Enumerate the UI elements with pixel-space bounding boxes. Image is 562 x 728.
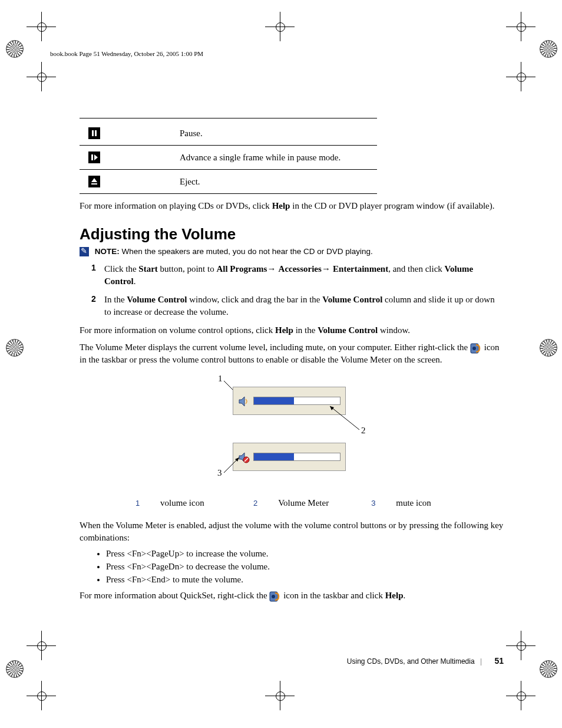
volume-meter-diagram: 1 2 3 [156, 375, 427, 490]
note-icon [80, 247, 89, 256]
legend-number: 3 [371, 499, 379, 508]
frame-advance-icon [88, 151, 100, 163]
eject-icon [88, 176, 100, 187]
icon-desc: Advance a single frame while in pause mo… [177, 146, 377, 170]
callout-line [327, 403, 362, 433]
legend-number: 1 [135, 499, 143, 508]
crop-mark [506, 62, 535, 91]
body-paragraph: For more information on playing CDs or D… [80, 200, 504, 212]
body-paragraph: When the Volume Meter is enabled, adjust… [80, 519, 504, 544]
crop-mark [265, 681, 295, 710]
callout-number: 1 [218, 374, 223, 384]
crop-mark [506, 681, 535, 710]
crop-mark [27, 681, 56, 710]
page-footer: Using CDs, DVDs, and Other Multimedia | … [347, 656, 504, 666]
legend-number: 2 [253, 499, 261, 508]
crop-mark [27, 62, 56, 91]
note-text: When the speakers are muted, you do not … [120, 247, 373, 256]
registration-mark [540, 40, 556, 57]
section-heading: Adjusting the Volume [80, 225, 504, 243]
crop-mark [27, 631, 56, 660]
footer-separator: | [480, 657, 482, 666]
note-block: NOTE: When the speakers are muted, you d… [80, 247, 504, 256]
footer-section-title: Using CDs, DVDs, and Other Multimedia [347, 657, 475, 666]
footer-page-number: 51 [494, 656, 504, 666]
crop-mark [265, 12, 295, 41]
registration-mark [6, 660, 22, 677]
step-number: 2 [91, 294, 96, 305]
body-paragraph: For more information on volume control o… [80, 324, 504, 337]
table-row: Eject. [80, 170, 377, 194]
volume-meter-bar [253, 453, 340, 461]
registration-mark [540, 339, 556, 355]
registration-mark [6, 339, 22, 355]
volume-meter-muted [233, 443, 346, 471]
step-item: 1 Click the Start button, point to All P… [91, 262, 504, 288]
callout-line [223, 456, 240, 474]
icon-desc: Pause. [177, 121, 377, 146]
crop-mark [506, 631, 535, 660]
list-item: Press <Fn><End> to mute the volume. [106, 575, 504, 585]
callout-number: 2 [361, 426, 366, 436]
quickset-icon [269, 591, 281, 602]
volume-icon [238, 396, 250, 407]
step-item: 2 In the Volume Control window, click an… [91, 294, 504, 318]
body-paragraph: For more information about QuickSet, rig… [80, 589, 504, 602]
registration-mark [6, 40, 22, 57]
body-paragraph: The Volume Meter displays the current vo… [80, 341, 504, 366]
svg-line-4 [330, 406, 359, 430]
callout-number: 3 [217, 468, 222, 478]
note-label: NOTE: [95, 247, 120, 256]
registration-mark [540, 660, 556, 677]
icon-desc: Eject. [177, 170, 377, 194]
pause-icon [88, 127, 100, 139]
svg-point-1 [472, 347, 476, 350]
legend-text: Volume Meter [273, 497, 365, 509]
diagram-legend: 1 volume icon 2 Volume Meter 3 mute icon [130, 496, 454, 510]
media-icon-table: Pause. Advance a single frame while in p… [80, 121, 377, 194]
legend-text: mute icon [391, 497, 452, 509]
crop-mark [506, 12, 535, 41]
legend-text: volume icon [156, 497, 247, 509]
quickset-icon [470, 343, 482, 354]
steps-list: 1 Click the Start button, point to All P… [91, 262, 504, 318]
table-row: Pause. [80, 121, 377, 146]
list-item: Press <Fn><PageUp> to increase the volum… [106, 549, 504, 559]
list-item: Press <Fn><PageDn> to decrease the volum… [106, 562, 504, 572]
page-content: Pause. Advance a single frame while in p… [80, 118, 504, 607]
table-top-rule [80, 118, 377, 118]
step-number: 1 [91, 262, 96, 274]
svg-point-11 [272, 595, 275, 598]
key-combo-list: Press <Fn><PageUp> to increase the volum… [106, 549, 504, 585]
svg-marker-5 [330, 406, 334, 410]
running-header: book.book Page 51 Wednesday, October 26,… [50, 50, 203, 57]
crop-mark [27, 12, 56, 41]
table-row: Advance a single frame while in pause mo… [80, 146, 377, 170]
